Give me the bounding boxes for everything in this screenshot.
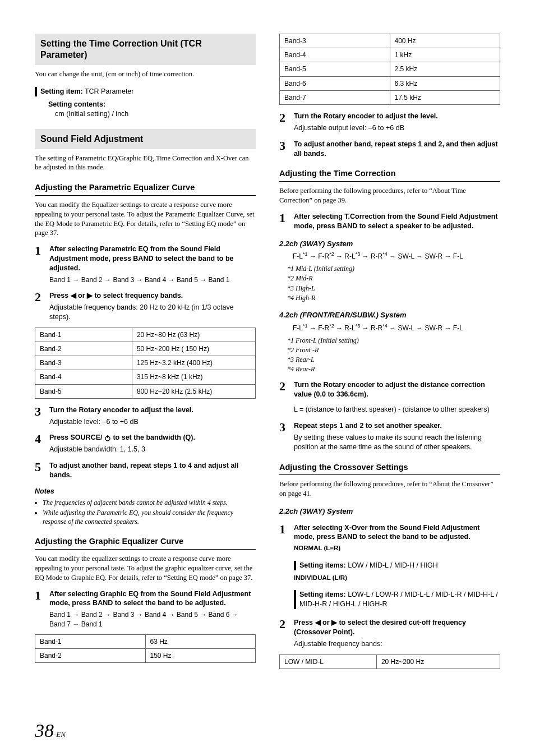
- peq-step2-follow: Adjustable frequency bands: 20 Hz to 20 …: [49, 303, 256, 322]
- peq-step-2: 2 Press ◀ or ▶ to select frequency bands…: [35, 291, 256, 322]
- tc-step-3: 3 Repeat steps 1 and 2 to set another sp…: [279, 421, 500, 452]
- step-number: 1: [279, 212, 287, 231]
- table-row: Band-66.3 kHz: [280, 76, 500, 90]
- tc-footnotes-b: *1 Front-L (Initial setting)*2 Front -R*…: [287, 336, 500, 374]
- setting-items-label: Setting items:: [299, 561, 348, 569]
- tc-seq-a: F-L*1 → F-R*2 → R-L*3 → R-R*4 → SW-L → S…: [293, 251, 500, 261]
- note-item: While adjusting the Parametric EQ, you s…: [43, 508, 256, 526]
- peq-step3-lead: Turn the Rotary encoder to adjust the le…: [49, 405, 256, 415]
- tc-heading: Adjusting the Time Correction: [279, 168, 500, 182]
- geq-intro: You can modify the equalizer settings to…: [35, 554, 256, 583]
- xo-step2-lead: Press ◀ or ▶ to select the desired cut-o…: [294, 618, 500, 637]
- peq-step-4: 4 Press SOURCE/ to set the bandwidth (Q)…: [35, 433, 256, 454]
- peq-band-table: Band-120 Hz~80 Hz (63 Hz)Band-250 Hz~200…: [35, 328, 256, 399]
- table-cell: 6.3 kHz: [390, 76, 500, 90]
- table-cell: 50 Hz~200 Hz ( 150 Hz): [132, 342, 255, 356]
- right-column: Band-3400 HzBand-41 kHzBand-52.5 kHzBand…: [279, 34, 500, 671]
- step-number: 2: [35, 291, 43, 322]
- xo-step-2: 2 Press ◀ or ▶ to select the desired cut…: [279, 618, 500, 649]
- xo-intro: Before performing the following procedur…: [279, 480, 500, 499]
- table-cell: Band-2: [35, 648, 146, 662]
- xo-heading: Adjusting the Crossover Settings: [279, 462, 500, 476]
- footnote-item: *4 Rear-R: [287, 365, 500, 374]
- tc-intro: Before performing the following procedur…: [279, 186, 500, 205]
- table-row: Band-163 Hz: [35, 634, 256, 648]
- step-number: 3: [35, 405, 43, 427]
- step-number: 1: [35, 589, 43, 629]
- peq-intro: You can modify the Equalizer settings to…: [35, 200, 256, 238]
- tc-step2-follow: L = (distance to farthest speaker) - (di…: [294, 405, 500, 414]
- table-row: Band-52.5 kHz: [280, 62, 500, 76]
- power-icon: [104, 435, 111, 441]
- left-right-arrow-icon: ◀ or ▶: [315, 619, 337, 626]
- peq-seq1: Band 1 → Band 2 → Band 3 → Band 4 → Band…: [49, 275, 256, 284]
- table-row: Band-5800 Hz~20 kHz (2.5 kHz): [35, 384, 256, 398]
- xo-sys-a-heading: 2.2ch (3WAY) System: [279, 506, 500, 517]
- tcr-heading: Setting the Time Correction Unit (TCR Pa…: [35, 34, 256, 65]
- setting-item-value: TCR Parameter: [83, 87, 134, 95]
- table-cell: Band-3: [35, 356, 132, 370]
- table-row: Band-120 Hz~80 Hz (63 Hz): [35, 328, 256, 342]
- table-cell: Band-2: [35, 342, 132, 356]
- peq-step4-lead: Press SOURCE/ to set the bandwidth (Q).: [49, 433, 256, 442]
- table-cell: 63 Hz: [145, 634, 256, 648]
- table-row: Band-4315 Hz~8 kHz (1 kHz): [35, 370, 256, 384]
- geq-step2-follow: Adjustable output level: –6 to +6 dB: [294, 123, 500, 133]
- tc-footnotes-a: *1 Mid-L (Initial setting)*2 Mid-R*3 Hig…: [287, 264, 500, 302]
- tc-step3-follow: By setting these values to make its soun…: [294, 433, 500, 452]
- xo-normal-heading: NORMAL (L=R): [294, 544, 500, 553]
- table-cell: 1 kHz: [390, 48, 500, 62]
- footnote-item: *2 Front -R: [287, 345, 500, 354]
- table-cell: 125 Hz~3.2 kHz (400 Hz): [132, 356, 255, 370]
- peq-heading: Adjusting the Parametric Equalizer Curve: [35, 182, 256, 196]
- setting-contents-label: Setting contents:: [48, 100, 256, 109]
- step-number: 3: [279, 421, 287, 452]
- peq-step-5: 5 To adjust another band, repeat steps 1…: [35, 461, 256, 480]
- table-cell: Band-1: [35, 634, 146, 648]
- tc-step2-lead: Turn the Rotary encoder to adjust the di…: [294, 380, 500, 399]
- geq-band-table-a: Band-163 HzBand-2150 Hz: [35, 634, 256, 663]
- table-row: Band-41 kHz: [280, 48, 500, 62]
- table-cell: 20 Hz~80 Hz (63 Hz): [132, 328, 255, 342]
- table-cell: Band-4: [35, 370, 132, 384]
- xo-setting-items-normal: Setting items: LOW / MID-L / MID-H / HIG…: [294, 561, 500, 570]
- tc-sys-a-heading: 2.2ch (3WAY) System: [279, 239, 500, 249]
- sfa-heading: Sound Field Adjustment: [35, 129, 256, 149]
- xo-indiv-heading: INDIVIDUAL (L/R): [294, 574, 500, 583]
- peq-notes-list: The frequencies of adjacent bands cannot…: [43, 498, 256, 527]
- geq-step-3: 3 To adjust another band, repeat steps 1…: [279, 140, 500, 159]
- table-cell: 315 Hz~8 kHz (1 kHz): [132, 370, 255, 384]
- geq-heading: Adjusting the Graphic Equalizer Curve: [35, 536, 256, 550]
- table-cell: Band-1: [35, 328, 132, 342]
- footnote-item: *2 Mid-R: [287, 274, 500, 283]
- xo-freq-table: LOW / MID-L20 Hz~200 Hz: [279, 654, 500, 669]
- step-number: 1: [35, 245, 43, 284]
- table-row: LOW / MID-L20 Hz~200 Hz: [280, 654, 500, 669]
- sfa-intro: The setting of Parametric EQ/Graphic EQ,…: [35, 154, 256, 173]
- tcr-setting-item: Setting item: TCR Parameter: [35, 87, 256, 96]
- step-number: 4: [35, 433, 43, 454]
- step-number: 2: [279, 380, 287, 414]
- table-cell: 17.5 kHz: [390, 90, 500, 104]
- peq-step3-follow: Adjustable level: –6 to +6 dB: [49, 417, 256, 427]
- footnote-item: *3 High-L: [287, 284, 500, 293]
- notes-heading: Notes: [35, 487, 256, 496]
- peq-step4-follow: Adjustable bandwidth: 1, 1.5, 3: [49, 445, 256, 454]
- geq-step1-text: After selecting Graphic EQ from the Soun…: [49, 589, 256, 609]
- table-cell: Band-7: [280, 90, 390, 104]
- left-right-arrow-icon: ◀ or ▶: [71, 292, 93, 299]
- table-cell: 800 Hz~20 kHz (2.5 kHz): [132, 384, 255, 398]
- table-cell: Band-6: [280, 76, 390, 90]
- peq-step-1: 1 After selecting Parametric EQ from the…: [35, 245, 256, 284]
- table-cell: 20 Hz~200 Hz: [376, 654, 500, 669]
- peq-step5-text: To adjust another band, repeat steps 1 t…: [49, 461, 256, 480]
- step-number: 5: [35, 461, 43, 480]
- table-row: Band-2150 Hz: [35, 648, 256, 662]
- tcr-intro: You can change the unit, (cm or inch) of…: [35, 70, 256, 79]
- table-row: Band-250 Hz~200 Hz ( 150 Hz): [35, 342, 256, 356]
- geq-step-1: 1 After selecting Graphic EQ from the So…: [35, 589, 256, 629]
- step-number: 3: [279, 140, 287, 159]
- footnote-item: *4 High-R: [287, 293, 500, 302]
- step-number: 2: [279, 618, 287, 649]
- geq-step2-lead: Turn the Rotary encoder to adjust the le…: [294, 112, 500, 121]
